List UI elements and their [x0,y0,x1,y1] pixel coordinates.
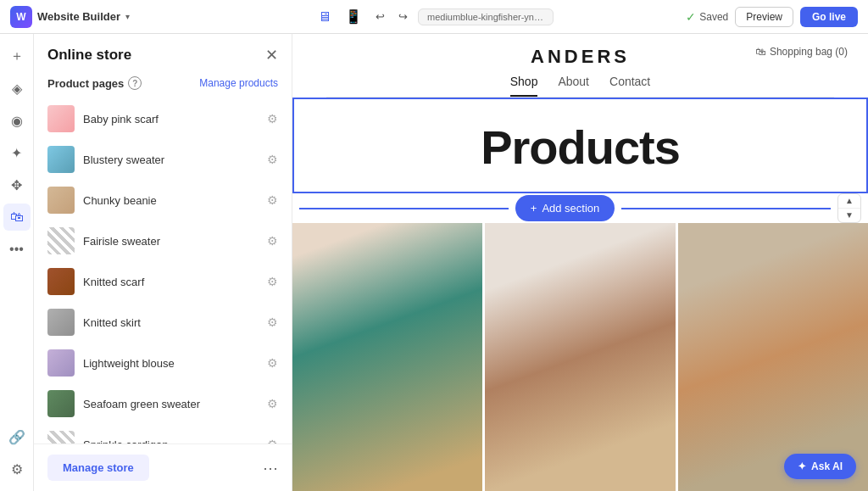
product-list-item[interactable]: Blustery sweater ⚙ [34,139,292,180]
product-pages-label: Product pages ? [47,76,142,90]
shopping-bag[interactable]: 🛍 Shopping bag (0) [755,46,848,58]
product-card-2[interactable] [482,223,677,491]
shopping-bag-label: Shopping bag (0) [770,46,848,58]
section-arrows: ▲ ▼ [837,193,861,223]
sidebar-section-header: Product pages ? Manage products [34,73,292,98]
product-name: Knitted skirt [83,316,259,329]
sidebar-panel: Online store ✕ Product pages ? Manage pr… [34,34,292,491]
product-gear-icon[interactable]: ⚙ [267,153,278,166]
product-image-grid [292,223,868,491]
more-options-button[interactable]: ⋯ [263,459,278,477]
product-name: Seafoam green sweater [83,398,259,410]
help-icon[interactable]: ? [128,76,142,90]
product-thumbnail [47,187,75,214]
product-list-item[interactable]: Seafoam green sweater ⚙ [34,383,292,424]
add-section-button[interactable]: + Add section [515,195,615,221]
dots-icon-btn[interactable]: ••• [3,236,31,263]
sidebar-header: Online store ✕ [34,34,292,73]
topbar-actions: ✓ Saved Preview Go live [580,7,858,27]
product-card-1[interactable] [292,223,482,491]
canvas-area: ANDERS Shop About Contact 🛍 Shopping bag… [292,34,868,491]
product-thumbnail [47,390,75,417]
layers-icon-btn[interactable]: ◈ [3,75,31,102]
product-list-item[interactable]: Baby pink scarf ⚙ [34,98,292,139]
topbar-brand-label: Website Builder [37,10,120,23]
product-gear-icon[interactable]: ⚙ [267,397,278,410]
product-thumbnail [47,431,75,444]
nav-shop[interactable]: Shop [510,75,538,97]
add-icon-btn[interactable]: ＋ [3,42,31,70]
product-name: Fairisle sweater [83,235,259,248]
product-gear-icon[interactable]: ⚙ [267,112,278,126]
section-up-arrow[interactable]: ▲ [838,194,860,209]
product-thumbnail [47,105,75,132]
product-name: Lightweight blouse [83,357,259,370]
redo-btn[interactable]: ↪ [395,7,411,26]
product-list: Baby pink scarf ⚙ Blustery sweater ⚙ Chu… [34,98,292,444]
product-list-item[interactable]: Knitted scarf ⚙ [34,261,292,302]
url-bar: mediumblue-kingfisher-ynqj... [418,8,554,25]
products-title: Products [311,120,849,175]
golive-button[interactable]: Go live [800,7,858,27]
product-thumbnail [47,146,75,173]
add-section-bar: + Add section ▲ ▼ [292,193,868,223]
undo-btn[interactable]: ↩ [372,7,388,26]
products-section: Products + Add section ▲ ▼ [292,98,868,491]
topbar-chevron-icon[interactable]: ▾ [125,12,130,21]
add-section-label: Add section [542,202,599,215]
ask-ai-button[interactable]: ✦ Ask AI [784,454,856,479]
product-list-item[interactable]: Knitted skirt ⚙ [34,302,292,343]
add-section-line-right [621,208,831,209]
iconbar: ＋ ◈ ◉ ✦ ✥ 🛍 ••• 🔗 ⚙ [0,34,34,491]
product-gear-icon[interactable]: ⚙ [267,275,278,288]
saved-check-icon: ✓ [686,10,696,24]
product-list-item[interactable]: Sprinkle cardigan ⚙ [34,424,292,444]
canvas-frame: ANDERS Shop About Contact 🛍 Shopping bag… [292,34,868,491]
product-name: Baby pink scarf [83,113,259,126]
ask-ai-label: Ask AI [811,460,843,472]
product-gear-icon[interactable]: ⚙ [267,438,278,444]
manage-products-link[interactable]: Manage products [199,77,278,89]
nav-about[interactable]: About [558,75,589,88]
desktop-device-btn[interactable]: 🖥 [314,6,335,28]
product-list-item[interactable]: Lightweight blouse ⚙ [34,343,292,383]
cursor-icon-btn[interactable]: ✥ [3,171,31,198]
site-nav: Shop About Contact [326,75,834,98]
product-gear-icon[interactable]: ⚙ [267,315,278,329]
ai-sparkle-icon: ✦ [798,460,806,472]
nav-contact[interactable]: Contact [609,75,650,88]
sidebar-title: Online store [47,47,131,64]
saved-label: Saved [699,11,728,23]
store-icon-btn[interactable]: 🛍 [3,204,31,231]
preview-button[interactable]: Preview [735,7,793,27]
brand-logo: W [10,6,32,28]
product-thumbnail [47,227,75,254]
product-thumbnail [47,268,75,295]
topbar-left: W Website Builder ▾ [10,6,288,28]
palette-icon-btn[interactable]: ◉ [3,107,31,134]
topbar: W Website Builder ▾ 🖥 📱 ↩ ↪ mediumblue-k… [0,0,868,34]
product-thumbnail [47,349,75,377]
product-name: Blustery sweater [83,153,259,166]
star-icon-btn[interactable]: ✦ [3,139,31,166]
product-list-item[interactable]: Chunky beanie ⚙ [34,180,292,220]
product-list-item[interactable]: Fairisle sweater ⚙ [34,220,292,261]
topbar-center: 🖥 📱 ↩ ↪ mediumblue-kingfisher-ynqj... [295,5,573,28]
link-icon-btn[interactable]: 🔗 [3,423,31,450]
site-header: ANDERS Shop About Contact 🛍 Shopping bag… [292,34,868,98]
manage-store-button[interactable]: Manage store [47,455,149,481]
mobile-device-btn[interactable]: 📱 [342,5,365,28]
settings-icon-btn[interactable]: ⚙ [3,455,31,483]
section-down-arrow[interactable]: ▼ [838,209,860,222]
add-section-line-left [299,208,509,209]
product-gear-icon[interactable]: ⚙ [267,193,278,207]
product-thumbnail [47,309,75,336]
product-card-3[interactable] [678,223,868,491]
product-name: Chunky beanie [83,194,259,207]
sidebar-footer: Manage store ⋯ [34,444,292,491]
product-gear-icon[interactable]: ⚙ [267,234,278,248]
sidebar-close-button[interactable]: ✕ [265,46,278,64]
main-area: ＋ ◈ ◉ ✦ ✥ 🛍 ••• 🔗 ⚙ Online store ✕ Produ… [0,34,868,491]
products-title-area: Products [292,98,868,193]
product-gear-icon[interactable]: ⚙ [267,356,278,370]
